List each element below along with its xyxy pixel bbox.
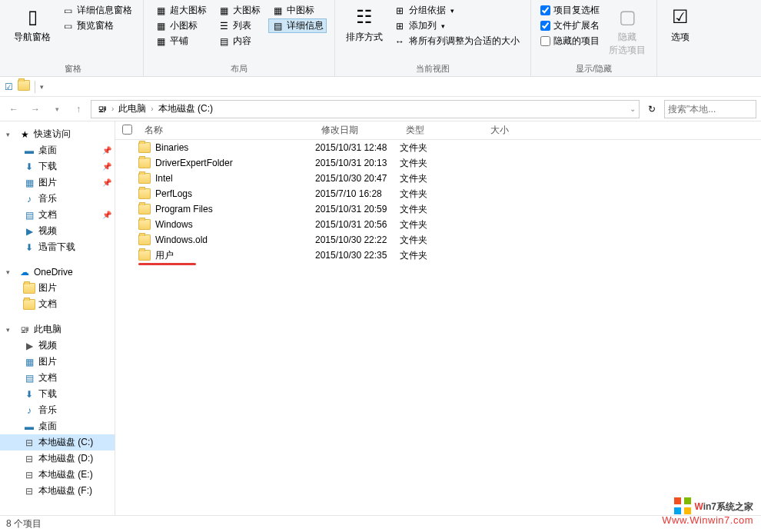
- sidebar-pc-videos[interactable]: ▶视频: [0, 337, 115, 354]
- view-details[interactable]: 详细信息: [268, 18, 327, 33]
- sidebar-drive-e[interactable]: ⊟本地磁盘 (E:): [0, 467, 115, 483]
- forward-button[interactable]: →: [26, 100, 45, 118]
- column-size[interactable]: 大小: [484, 124, 561, 137]
- nav-sidebar[interactable]: ▾★快速访问 ▬桌面📌 ⬇下载📌 ▦图片📌 ♪音乐 ▤文档📌 ▶视频 ⬇迅雷下载…: [0, 121, 115, 515]
- sidebar-od-pictures[interactable]: 图片: [0, 280, 115, 296]
- column-name[interactable]: 名称: [138, 124, 315, 137]
- main-area: ▾★快速访问 ▬桌面📌 ⬇下载📌 ▦图片📌 ♪音乐 ▤文档📌 ▶视频 ⬇迅雷下载…: [0, 121, 761, 515]
- view-content[interactable]: 内容: [214, 34, 264, 48]
- table-row[interactable]: Program Files2015/10/31 20:59文件夹: [115, 201, 761, 217]
- hide-label: 隐藏 所选项目: [609, 31, 646, 57]
- sidebar-pc-music[interactable]: ♪音乐: [0, 402, 115, 418]
- downloads-icon: ⬇: [23, 161, 35, 173]
- folder-icon: [138, 250, 151, 261]
- options-icon: ☑: [668, 5, 693, 29]
- chevron-down-icon[interactable]: ▾: [6, 268, 15, 276]
- search-box[interactable]: [664, 100, 756, 118]
- select-all-checkbox[interactable]: [115, 125, 138, 137]
- properties-icon[interactable]: ☑: [5, 81, 13, 92]
- chevron-down-icon[interactable]: ▾: [6, 326, 15, 334]
- extensions-toggle[interactable]: 文件扩展名: [539, 18, 601, 33]
- up-button[interactable]: ↑: [69, 100, 88, 118]
- table-row[interactable]: DriverExpertFolder2015/10/31 20:13文件夹: [115, 155, 761, 171]
- sidebar-videos[interactable]: ▶视频: [0, 223, 115, 239]
- nav-pane-label: 导航窗格: [14, 31, 51, 44]
- sidebar-this-pc[interactable]: ▾🖳此电脑: [0, 321, 115, 337]
- sidebar-documents[interactable]: ▤文档📌: [0, 207, 115, 223]
- sidebar-pc-documents[interactable]: ▤文档: [0, 370, 115, 386]
- back-button[interactable]: ←: [5, 100, 23, 118]
- file-type: 文件夹: [400, 172, 484, 185]
- file-list: 名称 修改日期 类型 大小 Binaries2015/10/31 12:48文件…: [115, 121, 761, 515]
- preview-pane-button[interactable]: ▭预览窗格: [58, 18, 135, 33]
- folder-icon: [138, 204, 151, 214]
- file-type: 文件夹: [400, 234, 484, 247]
- file-type: 文件夹: [400, 188, 484, 201]
- hidden-items-toggle[interactable]: 隐藏的项目: [539, 34, 601, 48]
- column-type[interactable]: 类型: [400, 124, 484, 137]
- search-input[interactable]: [668, 104, 753, 115]
- sidebar-drive-d[interactable]: ⊟本地磁盘 (D:): [0, 451, 115, 467]
- hide-selected-button[interactable]: ▢ 隐藏 所选项目: [606, 3, 649, 58]
- folder-icon: [138, 142, 151, 153]
- view-xl-icons[interactable]: 超大图标: [151, 3, 210, 18]
- breadcrumb-pc-icon[interactable]: 🖳: [95, 104, 110, 115]
- view-sm-icons[interactable]: 小图标: [151, 18, 210, 33]
- dropdown-icon[interactable]: ▾: [40, 83, 44, 91]
- file-name: Binaries: [155, 142, 188, 153]
- address-bar: ← → ▾ ↑ 🖳 › 此电脑 › 本地磁盘 (C:) ⌄ ↻: [0, 97, 761, 121]
- view-md-icons[interactable]: 中图标: [268, 3, 327, 18]
- sidebar-pc-desktop[interactable]: ▬桌面: [0, 418, 115, 434]
- sidebar-music[interactable]: ♪音乐: [0, 191, 115, 207]
- sidebar-pc-pictures[interactable]: ▦图片: [0, 354, 115, 370]
- sidebar-downloads[interactable]: ⬇下载📌: [0, 158, 115, 175]
- file-type: 文件夹: [400, 157, 484, 170]
- sidebar-quick-access[interactable]: ▾★快速访问: [0, 126, 115, 142]
- sidebar-pictures[interactable]: ▦图片📌: [0, 175, 115, 191]
- sidebar-od-documents[interactable]: 文档: [0, 296, 115, 312]
- music-icon: ♪: [23, 404, 35, 417]
- nav-pane-button[interactable]: ▯ 导航窗格: [11, 3, 54, 45]
- group-by-button[interactable]: ⊞分组依据▾: [390, 3, 523, 18]
- table-row[interactable]: 用户2015/10/30 22:35文件夹: [115, 248, 761, 263]
- sidebar-pc-downloads[interactable]: ⬇下载: [0, 386, 115, 402]
- folder-icon[interactable]: [18, 80, 30, 93]
- file-name: PerfLogs: [155, 188, 192, 199]
- fit-col-icon: ↔: [394, 35, 406, 48]
- add-columns-button[interactable]: ⊞添加列▾: [390, 18, 523, 33]
- breadcrumb-dropdown-icon[interactable]: ⌄: [630, 105, 636, 113]
- videos-icon: ▶: [23, 225, 35, 238]
- table-row[interactable]: Windows.old2015/10/30 22:22文件夹: [115, 232, 761, 248]
- sort-button[interactable]: ☷ 排序方式: [343, 3, 386, 45]
- column-date[interactable]: 修改日期: [315, 124, 400, 137]
- breadcrumb[interactable]: 🖳 › 此电脑 › 本地磁盘 (C:) ⌄: [91, 100, 640, 118]
- recent-dropdown[interactable]: ▾: [48, 100, 66, 118]
- details-icon: [271, 20, 284, 32]
- chevron-down-icon[interactable]: ▾: [6, 131, 15, 138]
- file-date: 2015/7/10 16:28: [315, 188, 400, 199]
- detail-pane-button[interactable]: ▭详细信息窗格: [58, 3, 135, 18]
- file-date: 2015/10/30 20:47: [315, 173, 400, 184]
- breadcrumb-pc[interactable]: 此电脑: [115, 102, 149, 115]
- show-hide-group-label: 显示/隐藏: [539, 62, 649, 75]
- refresh-button[interactable]: ↻: [643, 100, 661, 118]
- options-button[interactable]: ☑ 选项: [665, 3, 696, 45]
- breadcrumb-drive[interactable]: 本地磁盘 (C:): [155, 102, 216, 115]
- sidebar-desktop[interactable]: ▬桌面📌: [0, 142, 115, 158]
- view-list[interactable]: 列表: [214, 18, 264, 33]
- file-name: DriverExpertFolder: [155, 158, 233, 168]
- sidebar-drive-f[interactable]: ⊟本地磁盘 (F:): [0, 483, 115, 499]
- table-row[interactable]: PerfLogs2015/7/10 16:28文件夹: [115, 186, 761, 201]
- file-type: 文件夹: [400, 249, 484, 262]
- table-row[interactable]: Windows2015/10/31 20:56文件夹: [115, 217, 761, 232]
- sidebar-xunlei[interactable]: ⬇迅雷下载: [0, 239, 115, 255]
- sort-icon: ☷: [352, 5, 377, 29]
- checkboxes-toggle[interactable]: 项目复选框: [539, 3, 601, 18]
- table-row[interactable]: Intel2015/10/30 20:47文件夹: [115, 171, 761, 186]
- table-row[interactable]: Binaries2015/10/31 12:48文件夹: [115, 140, 761, 155]
- fit-columns-button[interactable]: ↔将所有列调整为合适的大小: [390, 34, 523, 48]
- view-tiles[interactable]: 平铺: [151, 34, 210, 48]
- sidebar-drive-c[interactable]: ⊟本地磁盘 (C:): [0, 434, 115, 451]
- view-lg-icons[interactable]: 大图标: [214, 3, 264, 18]
- sidebar-onedrive[interactable]: ▾☁OneDrive: [0, 264, 115, 280]
